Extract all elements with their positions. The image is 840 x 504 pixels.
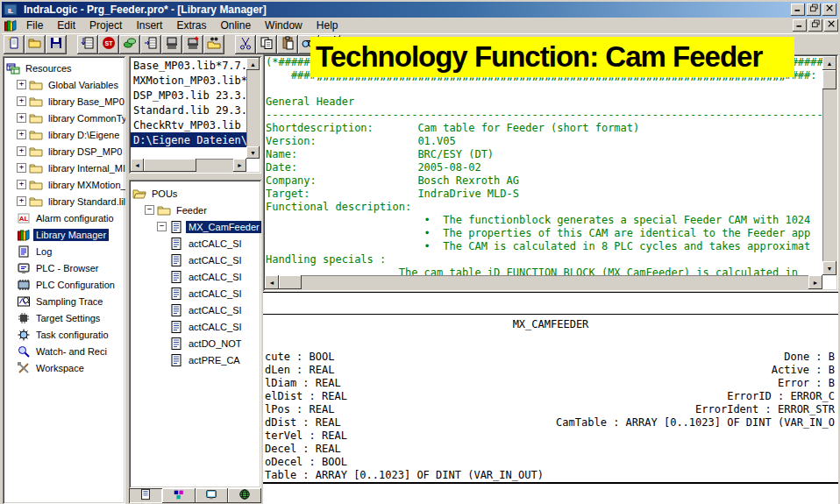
menu-edit[interactable]: Edit [50,18,82,32]
pou-item-mx-camfeeder[interactable]: −MX_CamFeeder [131,218,261,235]
scroll-down-icon[interactable] [822,261,836,275]
scroll-up-icon[interactable] [246,58,260,70]
library-list-item[interactable]: D:\Eigene Dateien\ [131,132,246,147]
copy-button[interactable] [256,35,277,54]
menu-window[interactable]: Window [258,18,310,32]
sidebar-item-watch-and-reci[interactable]: Watch- and Reci [4,343,125,359]
sidebar-item-sampling-trace[interactable]: Sampling Trace [4,293,125,309]
sidebar-item-library-d-eigene[interactable]: +library D:\Eigene [4,126,125,143]
scroll-right-icon[interactable] [233,159,246,172]
library-list[interactable]: Base_MP03.lib*7.7.MXMotion_MP03.lib*DSP_… [129,56,261,174]
new-button[interactable] [4,35,25,54]
menu-project[interactable]: Project [82,18,129,32]
expand-icon[interactable]: + [17,80,26,89]
paste-button[interactable] [277,35,298,54]
pou-tree-panel[interactable]: POUs−Feeder−MX_CamFeederactCALC_SIactCAL… [129,180,261,488]
scrollbar-thumb[interactable] [144,159,196,172]
printer-button[interactable] [161,35,182,54]
sidebar-item-plc-configuration[interactable]: PLC Configuration [4,276,125,293]
import-button[interactable] [140,35,161,54]
expand-icon[interactable]: + [17,113,26,123]
expand-icon[interactable]: + [17,130,26,139]
window-close-button[interactable] [822,4,836,16]
sidebar-item-library-manager[interactable]: Library Manager [4,226,125,243]
scroll-right-icon[interactable] [808,275,822,289]
organizer-tab-doc-tab[interactable] [129,488,162,503]
eraser-button[interactable] [119,35,140,54]
sidebar-item-library-commonty[interactable]: +library CommonTy [4,110,125,126]
menu-file[interactable]: File [19,18,50,32]
window-restore-button[interactable] [807,4,821,16]
sidebar-item-plc-browser[interactable]: PLC - Browser [4,259,125,276]
expand-icon[interactable]: + [17,163,26,173]
pou-item-actcalc-si[interactable]: actCALC_SI [131,268,261,285]
library-list-item[interactable]: MXMotion_MP03.lib* [131,73,246,88]
organizer-tab-globe-tab[interactable] [228,488,261,503]
library-list-item[interactable]: CheckRtv_MP03.lib [131,117,246,132]
pou-item-feeder[interactable]: −Feeder [131,202,261,218]
library-list-item[interactable]: Standard.lib 29.3. [131,103,246,117]
menu-online[interactable]: Online [213,18,258,32]
pou-item-pous[interactable]: POUs [131,185,261,202]
collapse-icon[interactable]: − [157,222,167,231]
sidebar-item-workspace[interactable]: Workspace [4,359,125,376]
pou-item-actcalc-si[interactable]: actCALC_SI [131,318,261,335]
window-minimize-button[interactable] [791,4,805,16]
mdi-window-close-button[interactable] [824,19,838,32]
download-button[interactable] [77,35,98,54]
mdi-window-restore-button[interactable] [808,19,822,32]
save-button[interactable] [46,35,67,54]
sidebar-item-library-mxmotion-[interactable]: +library MXMotion_ [4,176,125,193]
organizer-tab-blocks-tab[interactable] [162,488,196,503]
mdi-window-minimize-button[interactable] [793,19,807,32]
resources-tree-panel[interactable]: Resources+Global Variables+library Base_… [3,56,125,504]
lib-open-button[interactable] [203,35,224,54]
menu-extras[interactable]: Extras [169,18,213,32]
pou-item-actcalc-si[interactable]: actCALC_SI [131,302,261,318]
pou-item-actcalc-si[interactable]: actCALC_SI [131,285,261,302]
code-vscrollbar[interactable] [822,56,836,275]
printer-star-button[interactable] [182,35,203,54]
scrollbar-thumb[interactable] [279,275,302,289]
scroll-up-icon[interactable] [822,56,836,70]
cut-button[interactable] [235,35,256,54]
doc-icon [169,253,183,267]
scroll-left-icon[interactable] [131,159,144,172]
sidebar-item-global-variables[interactable]: +Global Variables [4,76,125,93]
sidebar-item-alarm-configuratio[interactable]: ALAlarm configuratio [4,209,125,226]
sidebar-item-library-internal-mi[interactable]: +library Internal_MI [4,160,125,176]
code-text[interactable]: (*######################################… [266,56,822,275]
expand-icon[interactable]: + [17,96,26,106]
scroll-left-icon[interactable] [265,275,279,289]
expand-icon[interactable]: + [17,180,26,189]
collapse-icon[interactable]: − [145,205,154,215]
pou-item-actcalc-si[interactable]: actCALC_SI [131,235,261,252]
library-source-view[interactable]: (*######################################… [263,54,838,291]
sidebar-item-resources[interactable]: Resources [4,60,125,76]
expand-icon[interactable]: + [17,146,26,156]
library-list-item[interactable]: Base_MP03.lib*7.7. [131,58,246,73]
library-list-item[interactable]: DSP_MP03.lib 23.3. [131,88,246,103]
sidebar-item-log[interactable]: Log [4,243,125,259]
sidebar-item-library-standard-lil[interactable]: +library Standard.lil [4,193,125,209]
pou-item-actcalc-si[interactable]: actCALC_SI [131,252,261,268]
pou-item-actdo-not[interactable]: actDO_NOT [131,335,261,351]
expand-icon[interactable]: + [17,196,26,206]
library-list-hscrollbar[interactable] [131,159,246,172]
scroll-down-icon[interactable] [246,146,260,159]
sidebar-item-target-settings[interactable]: Target Settings [4,309,125,326]
organizer-tab-vis-tab[interactable] [196,488,229,503]
open-button[interactable] [25,35,46,54]
sidebar-item-task-configuratio[interactable]: Task configuratio [4,326,125,343]
function-block-declaration-view[interactable]: MX_CAMFEEDER cute : BOOLDone : BdLen : R… [263,292,838,504]
code-hscrollbar[interactable] [265,275,822,289]
scrollbar-thumb[interactable] [822,70,836,89]
title-bar[interactable]: IL IndraLogic - Prg_Feeder.pro* - [Libra… [2,2,838,18]
library-list-vscrollbar[interactable] [246,58,260,159]
sidebar-item-library-dsp-mp0[interactable]: +library DSP_MP0 [4,143,125,160]
menu-insert[interactable]: Insert [129,18,169,32]
sidebar-item-library-base-mp0[interactable]: +library Base_MP0 [4,93,125,110]
pou-item-actpre-ca[interactable]: actPRE_CA [131,351,261,368]
menu-help[interactable]: Help [310,18,345,32]
stop-button[interactable]: ST [98,35,119,54]
